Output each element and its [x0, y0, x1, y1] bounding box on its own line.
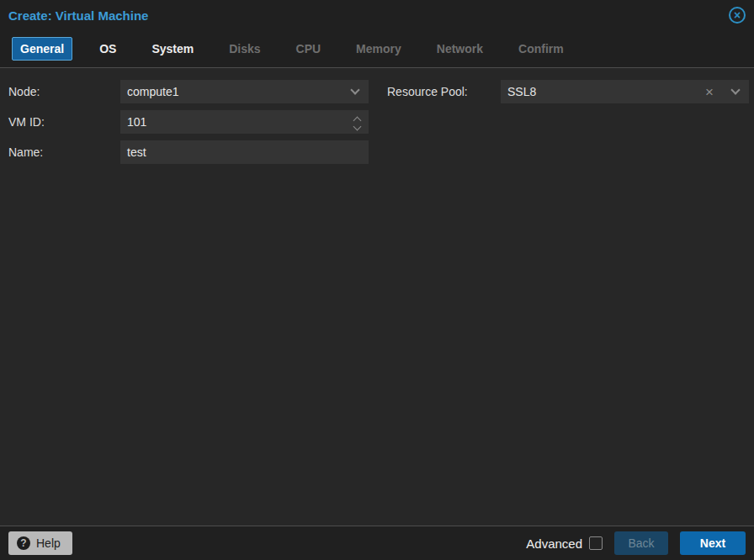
dialog-title: Create: Virtual Machine — [8, 8, 729, 23]
tab-cpu: CPU — [288, 37, 330, 61]
help-button-label: Help — [36, 536, 61, 550]
tab-network: Network — [428, 37, 491, 61]
wizard-tabbar: General OS System Disks CPU Memory Netwo… — [0, 30, 754, 68]
vmid-value: 101 — [127, 115, 354, 129]
node-value: compute1 — [127, 85, 345, 98]
name-value: test — [127, 145, 365, 159]
node-label: Node: — [8, 85, 120, 98]
vmid-row: VM ID: 101 — [8, 110, 369, 134]
tab-confirm: Confirm — [510, 37, 572, 61]
tab-memory: Memory — [348, 37, 410, 61]
dialog-titlebar: Create: Virtual Machine × — [0, 0, 754, 30]
name-label: Name: — [8, 145, 120, 159]
clear-icon[interactable]: × — [705, 85, 714, 99]
vmid-spinner[interactable]: 101 — [120, 110, 369, 134]
close-icon[interactable]: × — [729, 7, 746, 24]
advanced-label: Advanced — [526, 536, 582, 551]
chevron-down-icon[interactable] — [730, 85, 740, 94]
chevron-down-icon[interactable] — [350, 85, 359, 94]
name-input[interactable]: test — [120, 140, 369, 164]
name-row: Name: test — [8, 140, 369, 164]
vmid-label: VM ID: — [8, 115, 120, 129]
spinner-icons — [354, 115, 360, 129]
help-button[interactable]: ? Help — [8, 531, 72, 555]
resource-pool-row: Resource Pool: SSL8 × — [387, 80, 749, 103]
create-vm-dialog: Create: Virtual Machine × General OS Sys… — [0, 0, 754, 560]
resource-pool-value: SSL8 — [507, 85, 705, 98]
back-button: Back — [614, 531, 668, 555]
question-circle-icon: ? — [17, 536, 30, 550]
tab-os[interactable]: OS — [91, 37, 125, 61]
dialog-footer: ? Help Advanced Back Next — [0, 526, 754, 560]
next-button[interactable]: Next — [680, 531, 746, 555]
resource-pool-combobox[interactable]: SSL8 × — [501, 80, 749, 103]
resource-pool-label: Resource Pool: — [387, 85, 501, 98]
tab-disks: Disks — [220, 37, 268, 61]
tab-general[interactable]: General — [12, 37, 72, 61]
node-row: Node: compute1 — [8, 80, 369, 103]
chevron-down-icon[interactable] — [353, 122, 362, 130]
form-body: Node: compute1 VM ID: 101 — [0, 68, 754, 526]
node-combobox[interactable]: compute1 — [120, 80, 369, 103]
tab-system[interactable]: System — [143, 37, 202, 61]
advanced-checkbox[interactable] — [589, 536, 603, 550]
